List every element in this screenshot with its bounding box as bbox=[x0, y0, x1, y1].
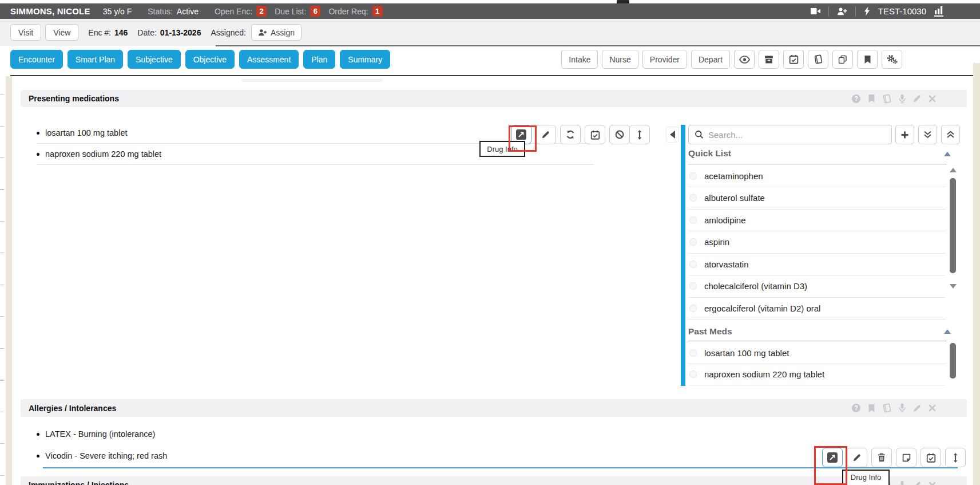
collapse-all-button[interactable] bbox=[918, 125, 937, 144]
stage-button-provider[interactable]: Provider bbox=[642, 50, 687, 69]
past-meds-collapse-triangle[interactable] bbox=[944, 329, 951, 334]
copy-button[interactable] bbox=[832, 50, 853, 69]
quick-list-collapse-triangle[interactable] bbox=[944, 152, 951, 156]
add-user-icon[interactable] bbox=[837, 7, 847, 15]
microphone-icon[interactable] bbox=[899, 94, 906, 104]
presenting-medications-header: Presenting medications bbox=[21, 90, 967, 107]
microphone-icon[interactable] bbox=[899, 403, 906, 413]
edit-pencil-icon[interactable] bbox=[912, 404, 922, 413]
tab-encounter[interactable]: Encounter bbox=[10, 50, 63, 69]
scrollbar-thumb[interactable] bbox=[950, 343, 956, 378]
stage-button-nurse[interactable]: Nurse bbox=[602, 50, 638, 69]
med-select-circle[interactable] bbox=[689, 194, 697, 202]
reorder-med-button[interactable] bbox=[629, 125, 650, 144]
video-camera-icon[interactable] bbox=[811, 7, 820, 15]
tab-plan[interactable]: Plan bbox=[303, 50, 335, 69]
patient-name: SIMMONS, NICOLE bbox=[10, 6, 90, 16]
quick-list-item[interactable]: cholecalciferol (vitamin D3) bbox=[688, 275, 945, 298]
renew-med-button[interactable] bbox=[560, 125, 581, 144]
assigned-label: Assigned: bbox=[211, 28, 245, 37]
bar-chart-icon[interactable] bbox=[934, 6, 943, 17]
edit-allergy-button[interactable] bbox=[847, 448, 867, 467]
stage-label: Depart bbox=[699, 55, 723, 64]
med-select-circle[interactable] bbox=[689, 238, 697, 246]
scrollbar-up-arrow[interactable] bbox=[950, 168, 957, 172]
schedule-allergy-button[interactable] bbox=[921, 448, 941, 467]
eye-button[interactable] bbox=[734, 50, 755, 69]
allergies-header-tools: ? bbox=[851, 399, 936, 417]
delete-allergy-button[interactable] bbox=[871, 448, 892, 467]
panel-accent-bar bbox=[681, 125, 685, 386]
book-icon[interactable] bbox=[882, 94, 892, 104]
book-icon[interactable] bbox=[882, 403, 892, 413]
med-select-circle[interactable] bbox=[689, 370, 697, 378]
section-title: Allergies / Intolerances bbox=[29, 404, 116, 413]
patient-demographics: 35 y/o F bbox=[103, 7, 132, 16]
order-req-badge[interactable]: 1 bbox=[372, 6, 383, 17]
close-icon[interactable] bbox=[929, 95, 936, 102]
bookmark-button[interactable] bbox=[857, 50, 878, 69]
chart-book-button[interactable] bbox=[808, 50, 828, 69]
allergy-list-item[interactable]: Vicodin - Severe itching; red rash bbox=[37, 451, 167, 461]
med-select-circle[interactable] bbox=[689, 261, 697, 268]
med-select-circle[interactable] bbox=[689, 305, 697, 312]
stage-button-depart[interactable]: Depart bbox=[691, 50, 730, 69]
lightning-icon[interactable] bbox=[864, 6, 870, 16]
quick-list-item[interactable]: aspirin bbox=[688, 231, 945, 254]
schedule-med-button[interactable] bbox=[585, 125, 605, 144]
settings-button[interactable] bbox=[882, 50, 902, 69]
encounter-number: Enc #: 146 bbox=[88, 28, 128, 37]
med-select-circle[interactable] bbox=[689, 172, 697, 180]
med-select-circle[interactable] bbox=[689, 349, 697, 357]
add-user-icon bbox=[258, 29, 267, 36]
close-icon[interactable] bbox=[929, 404, 936, 412]
visit-button[interactable]: Visit bbox=[10, 24, 41, 41]
view-button[interactable]: View bbox=[45, 24, 78, 41]
edit-med-button[interactable] bbox=[535, 125, 556, 144]
allergy-list-item[interactable]: LATEX - Burning (intolerance) bbox=[37, 429, 155, 439]
help-icon[interactable]: ? bbox=[851, 94, 861, 104]
double-chevron-up-icon bbox=[946, 131, 955, 139]
note-allergy-button[interactable] bbox=[896, 448, 916, 467]
scrollbar-thumb[interactable] bbox=[950, 178, 956, 273]
tab-summary[interactable]: Summary bbox=[340, 50, 390, 69]
past-meds-item[interactable]: losartan 100 mg tablet bbox=[688, 342, 945, 364]
scrollbar-down-arrow[interactable] bbox=[950, 284, 957, 289]
med-search-input[interactable] bbox=[708, 130, 886, 140]
stage-button-intake[interactable]: Intake bbox=[561, 50, 598, 69]
tab-subjective[interactable]: Subjective bbox=[128, 50, 181, 69]
due-list-badge[interactable]: 6 bbox=[310, 6, 320, 17]
allergies-header: Allergies / Intolerances bbox=[21, 399, 967, 417]
enc-label: Enc #: bbox=[88, 28, 111, 37]
help-icon[interactable]: ? bbox=[851, 403, 861, 413]
quick-list-item[interactable]: atorvastatin bbox=[688, 254, 945, 276]
bookmark-icon[interactable] bbox=[868, 94, 875, 103]
quick-list-item[interactable]: albuterol sulfate bbox=[688, 187, 945, 210]
schedule-button[interactable] bbox=[783, 50, 804, 69]
bullet bbox=[37, 153, 39, 156]
tab-assessment[interactable]: Assessment bbox=[239, 50, 299, 69]
discontinue-med-button[interactable] bbox=[609, 125, 630, 144]
quick-list-item[interactable]: acetaminophen bbox=[688, 165, 945, 188]
med-select-circle[interactable] bbox=[689, 282, 697, 290]
assign-button[interactable]: Assign bbox=[251, 24, 301, 41]
expand-all-button[interactable] bbox=[941, 125, 960, 144]
reorder-allergy-button[interactable] bbox=[945, 448, 966, 467]
tab-objective[interactable]: Objective bbox=[185, 50, 235, 69]
past-meds-item[interactable]: naproxen sodium 220 mg tablet bbox=[688, 364, 945, 386]
add-med-button[interactable] bbox=[895, 125, 914, 144]
archive-button[interactable] bbox=[759, 50, 779, 69]
close-icon[interactable] bbox=[929, 482, 936, 485]
panel-collapse-button[interactable] bbox=[666, 127, 679, 143]
quick-list-rule bbox=[688, 164, 947, 164]
edit-pencil-icon[interactable] bbox=[912, 94, 922, 103]
quick-list-item[interactable]: ergocalciferol (vitamin D2) oral bbox=[688, 298, 945, 320]
bullet bbox=[37, 455, 39, 458]
bookmark-icon[interactable] bbox=[868, 404, 875, 413]
tab-smart-plan[interactable]: Smart Plan bbox=[68, 50, 123, 69]
med-select-circle[interactable] bbox=[689, 216, 697, 224]
open-enc-badge[interactable]: 2 bbox=[256, 6, 267, 17]
edit-pencil-icon[interactable] bbox=[912, 480, 922, 485]
microphone-icon[interactable] bbox=[899, 480, 906, 485]
quick-list-item[interactable]: amlodipine bbox=[688, 210, 945, 232]
